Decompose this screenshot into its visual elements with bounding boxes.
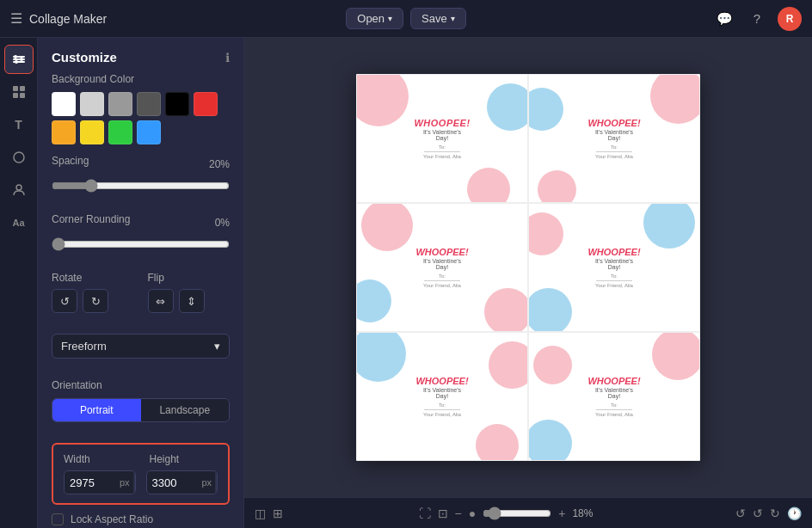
- sidebar-header: Customize ℹ: [38, 38, 243, 73]
- tool-customize[interactable]: [4, 45, 34, 74]
- svg-point-4: [20, 58, 23, 61]
- spacing-section: Spacing 20%: [38, 155, 243, 213]
- height-up-arrow[interactable]: ▲: [215, 471, 218, 482]
- svg-rect-9: [20, 93, 25, 98]
- svg-point-3: [14, 55, 17, 58]
- zoom-plus-button[interactable]: +: [558, 507, 565, 520]
- background-color-label: Background Color: [52, 73, 230, 85]
- zoom-slider[interactable]: [483, 507, 551, 520]
- card-6-sub: It's Valentine'sDay!: [595, 387, 633, 399]
- landscape-button[interactable]: Landscape: [141, 399, 230, 421]
- card-5-sub: It's Valentine'sDay!: [423, 387, 461, 399]
- menu-icon[interactable]: ☰: [10, 10, 22, 27]
- redo-icon[interactable]: ↻: [770, 507, 780, 520]
- sidebar-title: Customize: [52, 50, 117, 64]
- card-4-sub: It's Valentine'sDay!: [595, 258, 633, 270]
- svg-point-5: [15, 60, 18, 64]
- color-swatch-black[interactable]: [165, 92, 189, 116]
- left-toolbar: T Aa: [0, 38, 38, 528]
- spacing-label: Spacing: [52, 155, 89, 167]
- grid-icon[interactable]: ⊞: [273, 507, 283, 520]
- height-unit: px: [199, 477, 216, 488]
- card-2-to: To:: [611, 144, 618, 150]
- open-button[interactable]: Open ▾: [346, 8, 403, 29]
- card-5[interactable]: WHOOPEE! It's Valentine'sDay! To: Your F…: [356, 332, 528, 461]
- flip-horizontal-button[interactable]: ⇔: [148, 289, 174, 313]
- comment-icon[interactable]: 💬: [712, 7, 736, 31]
- bottom-bar: ◫ ⊞ ⛶ ⊡ − ● + 18% ↺ ↺ ↻ 🕐: [244, 497, 812, 528]
- width-input[interactable]: [65, 473, 116, 493]
- orientation-row: Portrait Landscape: [52, 398, 230, 422]
- tool-people[interactable]: [4, 175, 34, 205]
- rotate-flip-section: Rotate ↺ ↻ Flip ⇔ ⇕: [38, 272, 243, 334]
- svg-rect-8: [13, 93, 18, 98]
- portrait-button[interactable]: Portrait: [52, 399, 141, 421]
- card-6-title: WHOOPEE!: [587, 376, 640, 386]
- flip-vertical-button[interactable]: ⇕: [179, 289, 205, 313]
- tool-font[interactable]: Aa: [4, 208, 34, 237]
- color-swatch-white[interactable]: [52, 92, 76, 116]
- freeform-dropdown[interactable]: Freeform ▾: [52, 334, 230, 359]
- card-2[interactable]: WHOOPEE! It's Valentine'sDay! To: Your F…: [528, 74, 700, 203]
- resize-icon[interactable]: ⊡: [438, 507, 448, 520]
- card-5-from: Your Friend, Alia: [423, 412, 461, 417]
- tool-layout[interactable]: [4, 77, 34, 107]
- height-down-arrow[interactable]: ▼: [215, 482, 218, 494]
- app-title: Collage Maker: [29, 12, 107, 26]
- width-down-arrow[interactable]: ▼: [133, 482, 136, 494]
- header-center: Open ▾ Save ▾: [346, 8, 465, 29]
- dim-labels: Width Height: [64, 453, 218, 465]
- height-input[interactable]: [147, 473, 199, 493]
- color-swatch-gray[interactable]: [108, 92, 132, 116]
- rotate-cw-button[interactable]: ↻: [83, 289, 108, 313]
- header-right: 💬 ? R: [466, 7, 802, 31]
- card-3[interactable]: WHOOPEE! It's Valentine'sDay! To: Your F…: [356, 203, 528, 332]
- zoom-dot-icon: ●: [469, 507, 476, 520]
- dimensions-section: Width Height px ▲ ▼ px: [38, 443, 243, 528]
- rotate-ccw-button[interactable]: ↺: [52, 289, 77, 313]
- width-up-arrow[interactable]: ▲: [133, 471, 136, 482]
- height-label: Height: [150, 453, 218, 465]
- color-swatch-yellow[interactable]: [80, 120, 104, 144]
- color-swatch-red[interactable]: [194, 92, 218, 116]
- corner-rounding-slider[interactable]: [52, 237, 230, 251]
- width-arrows: ▲ ▼: [133, 471, 136, 494]
- canvas-wrap: WHOOPEE! It's Valentine'sDay! To: Your F…: [244, 38, 812, 497]
- tool-shapes[interactable]: [4, 143, 34, 172]
- undo-icon[interactable]: ↺: [753, 507, 763, 520]
- dim-inputs: px ▲ ▼ px ▲ ▼: [64, 470, 218, 494]
- corner-rounding-slider-wrap: [52, 236, 230, 261]
- card-4[interactable]: WHOOPEE! It's Valentine'sDay! To: Your F…: [528, 203, 700, 332]
- card-3-from: Your Friend, Alia: [423, 283, 461, 288]
- color-swatch-blue[interactable]: [137, 120, 161, 144]
- card-1-line: [424, 151, 460, 152]
- color-swatch-lightgray[interactable]: [80, 92, 104, 116]
- flip-group: Flip ⇔ ⇕: [148, 272, 231, 313]
- card-1[interactable]: WHOOPEE! It's Valentine'sDay! To: Your F…: [356, 74, 528, 203]
- zoom-value: 18%: [572, 507, 600, 519]
- refresh-icon[interactable]: ↺: [735, 507, 746, 520]
- canvas-area: WHOOPEE! It's Valentine'sDay! To: Your F…: [244, 38, 812, 528]
- card-4-title: WHOOPEE!: [587, 247, 640, 257]
- card-6-to: To:: [611, 402, 618, 408]
- card-1-to: To:: [439, 144, 446, 150]
- fit-icon[interactable]: ⛶: [419, 507, 431, 520]
- layers-icon[interactable]: ◫: [255, 507, 266, 520]
- save-chevron-icon: ▾: [451, 14, 455, 23]
- color-swatch-darkgray[interactable]: [137, 92, 161, 116]
- color-swatch-orange[interactable]: [52, 120, 76, 144]
- tool-text[interactable]: T: [4, 110, 34, 139]
- lock-row: Lock Aspect Ratio: [52, 513, 230, 525]
- save-button[interactable]: Save ▾: [410, 8, 466, 29]
- card-6[interactable]: WHOOPEE! It's Valentine'sDay! To: Your F…: [528, 332, 700, 461]
- help-icon[interactable]: ?: [745, 7, 769, 31]
- bottom-center: ⛶ ⊡ − ● + 18%: [293, 507, 725, 520]
- color-swatch-green[interactable]: [108, 120, 132, 144]
- info-icon[interactable]: ℹ: [225, 51, 230, 64]
- canvas-page[interactable]: WHOOPEE! It's Valentine'sDay! To: Your F…: [356, 74, 700, 461]
- spacing-slider[interactable]: [52, 179, 230, 193]
- lock-aspect-checkbox[interactable]: [52, 513, 64, 525]
- zoom-minus-button[interactable]: −: [455, 507, 462, 520]
- avatar[interactable]: R: [778, 7, 802, 31]
- history-icon[interactable]: 🕐: [787, 507, 802, 520]
